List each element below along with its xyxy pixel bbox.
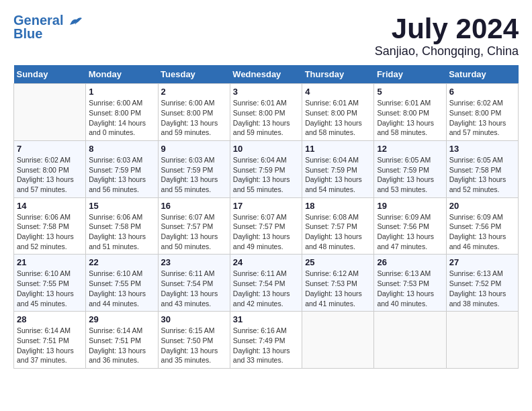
day-info: Sunrise: 6:13 AMSunset: 7:52 PMDaylight:… — [449, 269, 515, 308]
table-cell: 29Sunrise: 6:14 AMSunset: 7:51 PMDayligh… — [86, 312, 158, 369]
table-cell: 28Sunrise: 6:14 AMSunset: 7:51 PMDayligh… — [14, 312, 86, 369]
day-info: Sunrise: 6:04 AMSunset: 7:59 PMDaylight:… — [233, 155, 299, 195]
day-number: 27 — [449, 257, 515, 267]
table-cell: 26Sunrise: 6:13 AMSunset: 7:53 PMDayligh… — [374, 255, 446, 312]
table-cell: 1Sunrise: 6:00 AMSunset: 8:00 PMDaylight… — [86, 84, 158, 141]
day-number: 4 — [305, 87, 371, 97]
day-number: 29 — [89, 314, 154, 324]
day-info: Sunrise: 6:06 AMSunset: 7:58 PMDaylight:… — [89, 212, 154, 252]
table-cell: 23Sunrise: 6:11 AMSunset: 7:54 PMDayligh… — [158, 255, 230, 312]
day-number: 23 — [161, 257, 227, 267]
day-info: Sunrise: 6:15 AMSunset: 7:50 PMDaylight:… — [161, 326, 227, 365]
table-cell — [14, 84, 86, 141]
day-info: Sunrise: 6:11 AMSunset: 7:54 PMDaylight:… — [233, 269, 299, 308]
col-friday: Friday — [374, 65, 446, 84]
day-number: 8 — [89, 144, 154, 154]
day-number: 21 — [17, 257, 83, 267]
day-info: Sunrise: 6:01 AMSunset: 8:00 PMDaylight:… — [233, 98, 299, 138]
day-info: Sunrise: 6:00 AMSunset: 8:00 PMDaylight:… — [161, 98, 227, 138]
header-row: Sunday Monday Tuesday Wednesday Thursday… — [14, 65, 519, 84]
day-info: Sunrise: 6:02 AMSunset: 8:00 PMDaylight:… — [17, 155, 83, 195]
table-cell: 22Sunrise: 6:10 AMSunset: 7:55 PMDayligh… — [86, 255, 158, 312]
table-cell: 10Sunrise: 6:04 AMSunset: 7:59 PMDayligh… — [230, 140, 302, 197]
day-number: 6 — [449, 87, 515, 97]
day-number: 11 — [305, 144, 371, 154]
table-cell: 2Sunrise: 6:00 AMSunset: 8:00 PMDaylight… — [158, 84, 230, 141]
day-number: 14 — [17, 201, 83, 211]
day-info: Sunrise: 6:11 AMSunset: 7:54 PMDaylight:… — [161, 269, 227, 308]
col-sunday: Sunday — [14, 65, 86, 84]
col-tuesday: Tuesday — [158, 65, 230, 84]
day-info: Sunrise: 6:07 AMSunset: 7:57 PMDaylight:… — [233, 212, 299, 252]
table-cell: 7Sunrise: 6:02 AMSunset: 8:00 PMDaylight… — [14, 140, 86, 197]
table-cell: 12Sunrise: 6:05 AMSunset: 7:59 PMDayligh… — [374, 140, 446, 197]
calendar-table: Sunday Monday Tuesday Wednesday Thursday… — [13, 65, 519, 369]
table-cell: 27Sunrise: 6:13 AMSunset: 7:52 PMDayligh… — [446, 255, 518, 312]
table-cell: 24Sunrise: 6:11 AMSunset: 7:54 PMDayligh… — [230, 255, 302, 312]
day-info: Sunrise: 6:16 AMSunset: 7:49 PMDaylight:… — [233, 326, 299, 365]
day-info: Sunrise: 6:12 AMSunset: 7:53 PMDaylight:… — [305, 269, 371, 308]
day-number: 28 — [17, 314, 83, 324]
day-info: Sunrise: 6:03 AMSunset: 7:59 PMDaylight:… — [89, 155, 154, 195]
logo: General Blue — [13, 13, 83, 42]
table-cell: 20Sunrise: 6:09 AMSunset: 7:56 PMDayligh… — [446, 197, 518, 255]
page-header: General Blue July 2024 Sanjiao, Chongqin… — [13, 13, 519, 58]
day-number: 20 — [449, 201, 515, 211]
table-cell: 6Sunrise: 6:02 AMSunset: 8:00 PMDaylight… — [446, 84, 518, 141]
day-number: 25 — [305, 257, 371, 267]
day-info: Sunrise: 6:10 AMSunset: 7:55 PMDaylight:… — [17, 269, 83, 308]
table-cell: 18Sunrise: 6:08 AMSunset: 7:57 PMDayligh… — [302, 197, 374, 255]
day-info: Sunrise: 6:09 AMSunset: 7:56 PMDaylight:… — [449, 212, 515, 252]
day-info: Sunrise: 6:05 AMSunset: 7:58 PMDaylight:… — [449, 155, 515, 195]
table-cell: 15Sunrise: 6:06 AMSunset: 7:58 PMDayligh… — [86, 197, 158, 255]
day-info: Sunrise: 6:07 AMSunset: 7:57 PMDaylight:… — [161, 212, 227, 252]
day-info: Sunrise: 6:01 AMSunset: 8:00 PMDaylight:… — [377, 98, 443, 138]
day-number: 31 — [233, 314, 299, 324]
col-wednesday: Wednesday — [230, 65, 302, 84]
day-number: 10 — [233, 144, 299, 154]
location-subtitle: Sanjiao, Chongqing, China — [375, 44, 519, 58]
week-row-5: 28Sunrise: 6:14 AMSunset: 7:51 PMDayligh… — [14, 312, 519, 369]
title-block: July 2024 Sanjiao, Chongqing, China — [375, 13, 519, 58]
week-row-3: 14Sunrise: 6:06 AMSunset: 7:58 PMDayligh… — [14, 197, 519, 255]
day-info: Sunrise: 6:10 AMSunset: 7:55 PMDaylight:… — [89, 269, 154, 308]
day-info: Sunrise: 6:13 AMSunset: 7:53 PMDaylight:… — [377, 269, 443, 308]
day-info: Sunrise: 6:03 AMSunset: 7:59 PMDaylight:… — [161, 155, 227, 195]
day-number: 2 — [161, 87, 227, 97]
day-info: Sunrise: 6:01 AMSunset: 8:00 PMDaylight:… — [305, 98, 371, 138]
table-cell: 5Sunrise: 6:01 AMSunset: 8:00 PMDaylight… — [374, 84, 446, 141]
day-number: 9 — [161, 144, 227, 154]
table-cell: 16Sunrise: 6:07 AMSunset: 7:57 PMDayligh… — [158, 197, 230, 255]
table-cell: 11Sunrise: 6:04 AMSunset: 7:59 PMDayligh… — [302, 140, 374, 197]
day-number: 1 — [89, 87, 154, 97]
table-cell: 30Sunrise: 6:15 AMSunset: 7:50 PMDayligh… — [158, 312, 230, 369]
day-number: 15 — [89, 201, 154, 211]
day-number: 30 — [161, 314, 227, 324]
table-cell: 14Sunrise: 6:06 AMSunset: 7:58 PMDayligh… — [14, 197, 86, 255]
table-cell: 4Sunrise: 6:01 AMSunset: 8:00 PMDaylight… — [302, 84, 374, 141]
day-number: 7 — [17, 144, 83, 154]
table-cell: 3Sunrise: 6:01 AMSunset: 8:00 PMDaylight… — [230, 84, 302, 141]
table-cell: 8Sunrise: 6:03 AMSunset: 7:59 PMDaylight… — [86, 140, 158, 197]
day-info: Sunrise: 6:06 AMSunset: 7:58 PMDaylight:… — [17, 212, 83, 252]
day-number: 12 — [377, 144, 443, 154]
day-number: 5 — [377, 87, 443, 97]
table-cell: 13Sunrise: 6:05 AMSunset: 7:58 PMDayligh… — [446, 140, 518, 197]
day-number: 24 — [233, 257, 299, 267]
day-number: 3 — [233, 87, 299, 97]
logo-bird-icon — [69, 15, 83, 28]
day-info: Sunrise: 6:14 AMSunset: 7:51 PMDaylight:… — [17, 326, 83, 365]
table-cell — [302, 312, 374, 369]
table-cell: 9Sunrise: 6:03 AMSunset: 7:59 PMDaylight… — [158, 140, 230, 197]
day-info: Sunrise: 6:04 AMSunset: 7:59 PMDaylight:… — [305, 155, 371, 195]
col-monday: Monday — [86, 65, 158, 84]
day-number: 17 — [233, 201, 299, 211]
day-info: Sunrise: 6:02 AMSunset: 8:00 PMDaylight:… — [449, 98, 515, 138]
day-number: 13 — [449, 144, 515, 154]
table-cell: 21Sunrise: 6:10 AMSunset: 7:55 PMDayligh… — [14, 255, 86, 312]
day-number: 22 — [89, 257, 154, 267]
col-saturday: Saturday — [446, 65, 518, 84]
day-info: Sunrise: 6:00 AMSunset: 8:00 PMDaylight:… — [89, 98, 154, 138]
logo-blue-text: Blue — [13, 26, 42, 42]
week-row-4: 21Sunrise: 6:10 AMSunset: 7:55 PMDayligh… — [14, 255, 519, 312]
